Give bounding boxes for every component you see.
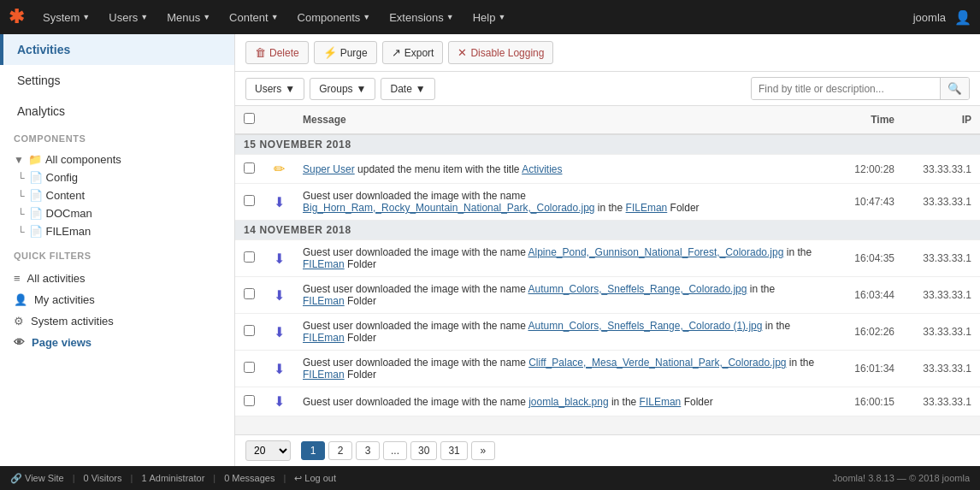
- tree-fileman[interactable]: └ 📄 FILEman: [0, 222, 234, 240]
- col-checkbox: [235, 106, 263, 134]
- status-bar: 🔗 View Site | 0 Visitors | 1 Administrat…: [0, 466, 980, 490]
- message-link[interactable]: Activities: [522, 163, 562, 175]
- message-link[interactable]: Autumn_Colors,_Sneffels_Range,_Colorado.…: [528, 283, 747, 295]
- date-filter-label: Date: [390, 83, 411, 95]
- search-button[interactable]: 🔍: [940, 78, 969, 99]
- list-icon: ≡: [14, 272, 21, 285]
- row-type-icon: ⬇: [274, 394, 285, 409]
- table-row: ⬇Guest user downloaded the image with th…: [235, 184, 980, 221]
- row-checkbox[interactable]: [244, 395, 255, 406]
- navbar-system[interactable]: System ▼: [36, 11, 97, 24]
- row-checkbox[interactable]: [244, 288, 255, 299]
- status-bar-left: 🔗 View Site | 0 Visitors | 1 Administrat…: [10, 473, 336, 484]
- log-out-link[interactable]: ↩ Log out: [294, 473, 336, 484]
- delete-button[interactable]: 🗑 Delete: [245, 41, 309, 64]
- message-link[interactable]: Cliff_Palace,_Mesa_Verde_National_Park,_…: [528, 357, 786, 369]
- purge-button[interactable]: ⚡ Purge: [314, 41, 377, 64]
- message-text: in the: [609, 396, 640, 408]
- export-button[interactable]: ↗ Export: [382, 41, 444, 64]
- message-text: Guest user downloaded the image with the…: [303, 320, 528, 332]
- filter-label: System activities: [31, 315, 114, 328]
- log-out-label: Log out: [304, 473, 336, 483]
- row-message: Guest user downloaded the image with the…: [294, 240, 826, 277]
- sidebar-item-activities[interactable]: Activities: [0, 34, 234, 65]
- message-text: Folder: [345, 332, 376, 344]
- row-type-icon: ⬇: [274, 362, 285, 376]
- row-type-icon: ⬇: [274, 325, 285, 339]
- tree-content[interactable]: └ 📄 Content: [0, 186, 234, 204]
- filter-page-views[interactable]: 👁 Page views: [0, 332, 234, 353]
- message-link[interactable]: Alpine_Pond,_Gunnison_National_Forest,_C…: [528, 246, 784, 258]
- log-out-icon: ↩: [294, 473, 302, 484]
- purge-icon: ⚡: [323, 46, 337, 59]
- message-link[interactable]: FILEman: [303, 258, 345, 270]
- navbar-user-icon[interactable]: 👤: [954, 9, 971, 26]
- sidebar-item-analytics[interactable]: Analytics: [0, 96, 234, 127]
- navbar-components[interactable]: Components ▼: [291, 11, 378, 24]
- message-link[interactable]: Super User: [303, 163, 355, 175]
- row-message: Guest user downloaded the image with the…: [294, 387, 826, 416]
- tree-all-components[interactable]: ▼ 📁 All components: [0, 151, 234, 168]
- row-checkbox[interactable]: [244, 362, 255, 373]
- navbar-content[interactable]: Content ▼: [222, 11, 285, 24]
- date-filter-button[interactable]: Date ▼: [381, 78, 434, 100]
- page-btn-31[interactable]: 31: [440, 441, 467, 460]
- row-ip: 33.33.33.1: [903, 184, 980, 221]
- row-ip: 33.33.33.1: [903, 240, 980, 277]
- page-btn-ellipsis[interactable]: ...: [383, 441, 407, 460]
- message-link[interactable]: FILEman: [303, 332, 345, 344]
- tree-branch-icon: └: [17, 226, 25, 238]
- main-layout: Activities Settings Analytics COMPONENTS…: [0, 34, 980, 466]
- message-link[interactable]: FILEman: [303, 295, 345, 307]
- navbar-extensions[interactable]: Extensions ▼: [382, 11, 461, 24]
- page-btn-30[interactable]: 30: [410, 441, 437, 460]
- user-icon: 👤: [14, 293, 27, 306]
- divider-2: |: [131, 473, 133, 483]
- message-link[interactable]: FILEman: [626, 202, 668, 214]
- row-checkbox[interactable]: [244, 325, 255, 336]
- row-time: 12:00:28: [826, 155, 903, 184]
- navbar-menus[interactable]: Menus ▼: [160, 11, 217, 24]
- message-link[interactable]: FILEman: [303, 369, 345, 381]
- quick-filters: ≡ All activities 👤 My activities ⚙ Syste…: [0, 264, 234, 357]
- search-input[interactable]: [752, 79, 940, 99]
- messages-label: Messages: [232, 473, 275, 483]
- sidebar-item-settings[interactable]: Settings: [0, 65, 234, 96]
- navbar-help[interactable]: Help ▼: [466, 11, 513, 24]
- row-checkbox[interactable]: [244, 251, 255, 263]
- filter-all-activities[interactable]: ≡ All activities: [0, 268, 234, 289]
- disable-label: Disable Logging: [470, 47, 544, 59]
- tree-config[interactable]: └ 📄 Config: [0, 168, 234, 186]
- table-container: Message Time IP 15 NOVEMBER 2018✏Super U…: [235, 106, 980, 434]
- visitors-badge: 0 Visitors: [84, 473, 122, 483]
- message-link[interactable]: Big_Horn_Ram,_Rocky_Mountain_National_Pa…: [303, 202, 595, 214]
- folder-icon: 📁: [28, 153, 42, 166]
- page-btn-1[interactable]: 1: [301, 441, 325, 460]
- groups-filter-button[interactable]: Groups ▼: [310, 78, 375, 100]
- row-checkbox[interactable]: [244, 162, 255, 174]
- row-type-icon: ✏: [274, 162, 285, 176]
- divider-1: |: [73, 473, 75, 483]
- message-link[interactable]: FILEman: [640, 396, 682, 408]
- view-site-label: View Site: [25, 473, 64, 483]
- message-link[interactable]: joomla_black.png: [528, 396, 608, 408]
- filter-my-activities[interactable]: 👤 My activities: [0, 289, 234, 310]
- page-btn-3[interactable]: 3: [356, 441, 380, 460]
- message-text: Guest user downloaded the image with the…: [303, 246, 528, 258]
- message-text: Guest user downloaded the image with the…: [303, 283, 528, 295]
- navbar-joomla-label[interactable]: joomla: [913, 11, 946, 24]
- filter-system-activities[interactable]: ⚙ System activities: [0, 310, 234, 332]
- navbar: ✱ System ▼ Users ▼ Menus ▼ Content ▼ Com…: [0, 0, 980, 34]
- navbar-users[interactable]: Users ▼: [102, 11, 155, 24]
- tree-docman[interactable]: └ 📄 DOCman: [0, 204, 234, 222]
- page-btn-next[interactable]: »: [471, 441, 495, 460]
- page-btn-2[interactable]: 2: [328, 441, 352, 460]
- view-site-link[interactable]: 🔗 View Site: [10, 473, 64, 484]
- page-size-select[interactable]: 20 50 100: [245, 440, 291, 461]
- select-all-checkbox[interactable]: [244, 113, 255, 124]
- disable-logging-button[interactable]: ✕ Disable Logging: [448, 41, 553, 64]
- message-link[interactable]: Autumn_Colors,_Sneffels_Range,_Colorado …: [528, 320, 763, 332]
- row-checkbox[interactable]: [244, 195, 255, 206]
- page-size-selector: 20 50 100: [245, 440, 291, 461]
- users-filter-button[interactable]: Users ▼: [245, 78, 304, 100]
